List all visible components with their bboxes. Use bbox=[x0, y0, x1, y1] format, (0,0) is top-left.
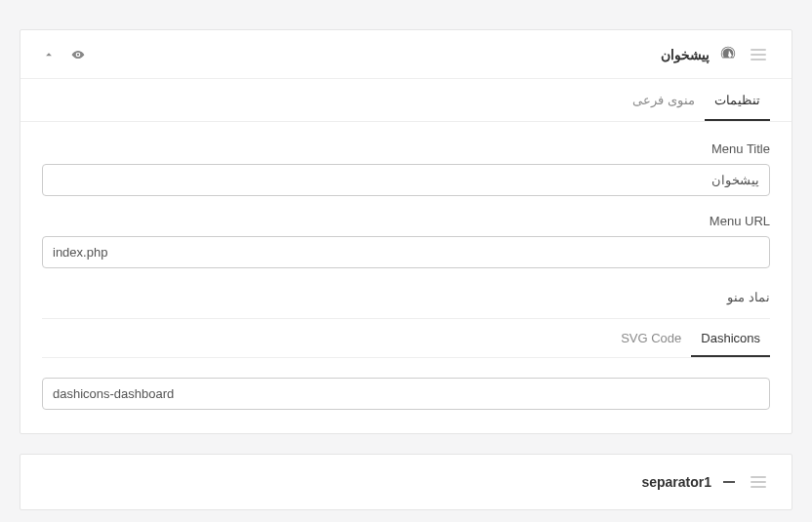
separator-icon bbox=[723, 481, 735, 483]
main-tabs: تنظیمات منوی فرعی bbox=[20, 79, 792, 122]
menu-item-panel: پیشخوان تنظیمات منوی فرعی Menu Title Men… bbox=[20, 29, 792, 434]
separator-title: separator1 bbox=[641, 474, 711, 490]
dashboard-icon bbox=[719, 44, 737, 64]
separator-header: separator1 bbox=[20, 455, 792, 509]
panel-header-title-area: پیشخوان bbox=[661, 44, 770, 64]
icon-class-input[interactable] bbox=[42, 378, 770, 410]
panel-header: پیشخوان bbox=[20, 30, 792, 79]
panel-body: Menu Title Menu URL نماد منو Dashicons S… bbox=[20, 122, 792, 433]
tab-svg-code[interactable]: SVG Code bbox=[611, 319, 691, 357]
menu-icon-label: نماد منو bbox=[42, 290, 770, 319]
collapse-icon[interactable] bbox=[42, 48, 56, 61]
separator-title-area: separator1 bbox=[641, 472, 770, 492]
menu-url-input[interactable] bbox=[42, 236, 770, 268]
tab-dashicons[interactable]: Dashicons bbox=[691, 319, 770, 357]
drag-handle-icon[interactable] bbox=[747, 472, 770, 492]
visibility-icon[interactable] bbox=[71, 48, 85, 61]
menu-url-label: Menu URL bbox=[42, 214, 770, 228]
separator-panel: separator1 bbox=[20, 454, 792, 510]
drag-handle-icon[interactable] bbox=[747, 45, 770, 64]
panel-title: پیشخوان bbox=[661, 47, 710, 62]
icon-tabs: Dashicons SVG Code bbox=[42, 319, 770, 358]
menu-title-label: Menu Title bbox=[42, 141, 770, 156]
panel-header-actions bbox=[42, 48, 85, 61]
tab-submenu[interactable]: منوی فرعی bbox=[623, 79, 705, 121]
tab-settings[interactable]: تنظیمات bbox=[705, 79, 770, 121]
menu-title-input[interactable] bbox=[42, 164, 770, 196]
